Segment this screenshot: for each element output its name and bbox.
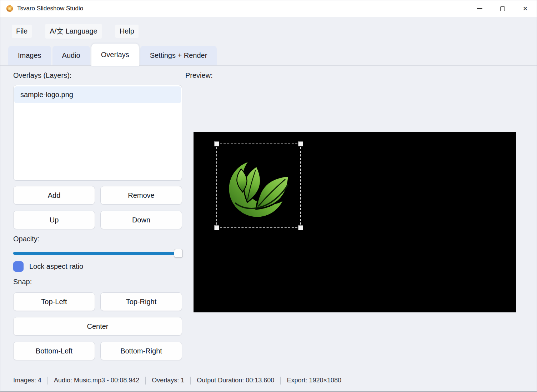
- window-title: Tsvaro Slideshow Studio: [17, 5, 83, 12]
- snap-top-right-button[interactable]: Top-Right: [100, 292, 182, 311]
- title-bar: Tsvaro Slideshow Studio ✕: [0, 0, 537, 17]
- status-separator: [47, 377, 48, 385]
- status-separator: [145, 377, 146, 385]
- lock-aspect-checkbox[interactable]: [13, 261, 24, 272]
- selection-handle-top-right[interactable]: [298, 141, 303, 146]
- snap-center-button[interactable]: Center: [13, 317, 182, 336]
- overlay-logo-image: [225, 152, 293, 220]
- snap-label: Snap:: [13, 278, 32, 286]
- up-button[interactable]: Up: [13, 211, 95, 229]
- maximize-icon: [500, 6, 505, 11]
- down-button[interactable]: Down: [100, 211, 182, 229]
- remove-button[interactable]: Remove: [100, 186, 182, 205]
- preview-canvas[interactable]: [194, 132, 516, 312]
- opacity-slider-thumb[interactable]: [174, 249, 183, 258]
- preview-label: Preview:: [185, 71, 213, 80]
- minimize-icon: [477, 8, 482, 9]
- snap-bottom-left-button[interactable]: Bottom-Left: [13, 342, 95, 360]
- selection-handle-bottom-right[interactable]: [298, 225, 303, 230]
- opacity-slider[interactable]: [13, 249, 182, 257]
- menu-help[interactable]: Help: [115, 25, 139, 38]
- overlay-selection-box[interactable]: [216, 144, 301, 228]
- opacity-slider-track[interactable]: [13, 252, 182, 255]
- minimize-button[interactable]: [468, 0, 491, 17]
- status-export: Export: 1920×1080: [287, 377, 341, 384]
- overlays-list[interactable]: sample-logo.png: [13, 85, 182, 181]
- status-output-duration: Output Duration: 00:13.600: [197, 377, 274, 384]
- tab-images[interactable]: Images: [8, 46, 51, 65]
- tab-overlays[interactable]: Overlays: [91, 44, 139, 66]
- snap-top-left-button[interactable]: Top-Left: [13, 292, 95, 311]
- status-separator: [280, 377, 281, 385]
- tab-strip: Images Audio Overlays Settings + Render: [0, 45, 537, 66]
- opacity-label: Opacity:: [13, 235, 39, 243]
- app-window: Tsvaro Slideshow Studio ✕ File A/文 Langu…: [0, 0, 537, 392]
- menu-bar: File A/文 Language Help: [0, 17, 537, 45]
- overlays-layers-label: Overlays (Layers):: [13, 71, 71, 80]
- status-images: Images: 4: [13, 377, 41, 384]
- selection-handle-top-left[interactable]: [214, 141, 219, 146]
- window-controls: ✕: [468, 0, 537, 17]
- lock-aspect-row: Lock aspect ratio: [13, 261, 83, 272]
- menu-file[interactable]: File: [12, 25, 32, 38]
- close-icon: ✕: [523, 6, 528, 12]
- add-button[interactable]: Add: [13, 186, 95, 205]
- status-separator: [190, 377, 191, 385]
- status-audio: Audio: Music.mp3 - 00:08.942: [54, 377, 139, 384]
- content-area: Overlays (Layers): sample-logo.png Add R…: [0, 66, 537, 370]
- selection-handle-bottom-left[interactable]: [214, 225, 219, 230]
- tab-audio[interactable]: Audio: [52, 46, 90, 65]
- app-icon: [5, 4, 14, 13]
- lock-aspect-label: Lock aspect ratio: [29, 262, 83, 271]
- menu-language[interactable]: A/文 Language: [45, 24, 101, 39]
- status-overlays: Overlays: 1: [152, 377, 184, 384]
- close-button[interactable]: ✕: [514, 0, 537, 17]
- list-item-sample-logo[interactable]: sample-logo.png: [14, 86, 181, 103]
- status-bar: Images: 4 Audio: Music.mp3 - 00:08.942 O…: [0, 370, 537, 391]
- maximize-button[interactable]: [491, 0, 514, 17]
- snap-bottom-right-button[interactable]: Bottom-Right: [100, 342, 182, 360]
- tab-settings-render[interactable]: Settings + Render: [140, 46, 217, 65]
